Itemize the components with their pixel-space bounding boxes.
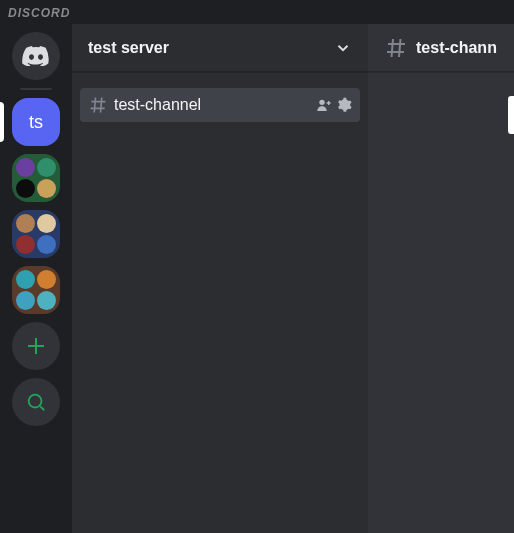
channel-title: test-chann bbox=[416, 39, 497, 57]
server-name: test server bbox=[88, 39, 169, 57]
rail-separator bbox=[20, 88, 52, 90]
app-shell: ts bbox=[0, 24, 514, 533]
server-header[interactable]: test server bbox=[72, 24, 368, 72]
folder-icon bbox=[37, 291, 56, 310]
channel-list: test-channel bbox=[72, 72, 368, 533]
channel-item-test-channel[interactable]: test-channel bbox=[80, 88, 360, 122]
home-button[interactable] bbox=[12, 32, 60, 80]
server-folder-3[interactable] bbox=[12, 266, 60, 314]
folder-icon bbox=[37, 158, 56, 177]
folder-icon bbox=[16, 214, 35, 233]
plus-icon bbox=[24, 334, 48, 358]
main-content: test-chann bbox=[368, 24, 514, 533]
server-folder-1[interactable] bbox=[12, 154, 60, 202]
hash-icon bbox=[88, 95, 108, 115]
discord-logo-icon bbox=[22, 46, 50, 66]
channel-header: test-chann bbox=[368, 24, 514, 72]
folder-icon bbox=[16, 179, 35, 198]
channel-name: test-channel bbox=[114, 96, 310, 114]
hash-icon bbox=[384, 36, 408, 60]
server-item-label: ts bbox=[29, 112, 43, 133]
brand-wordmark: DISCORD bbox=[0, 0, 514, 24]
channel-sidebar: test server test-channel bbox=[72, 24, 368, 533]
svg-point-0 bbox=[29, 395, 42, 408]
folder-icon bbox=[37, 235, 56, 254]
folder-icon bbox=[16, 235, 35, 254]
channel-actions bbox=[316, 97, 352, 113]
folder-icon bbox=[16, 270, 35, 289]
invite-icon[interactable] bbox=[316, 97, 332, 113]
gear-icon[interactable] bbox=[336, 97, 352, 113]
folder-icon bbox=[16, 158, 35, 177]
explore-servers-button[interactable] bbox=[12, 378, 60, 426]
svg-point-1 bbox=[319, 100, 324, 105]
server-item-test-server[interactable]: ts bbox=[12, 98, 60, 146]
server-folder-2[interactable] bbox=[12, 210, 60, 258]
message-area bbox=[368, 72, 514, 533]
folder-icon bbox=[37, 214, 56, 233]
add-server-button[interactable] bbox=[12, 322, 60, 370]
folder-icon bbox=[37, 270, 56, 289]
folder-icon bbox=[37, 179, 56, 198]
compass-icon bbox=[25, 391, 47, 413]
server-rail: ts bbox=[0, 24, 72, 533]
partial-element bbox=[508, 96, 514, 134]
folder-icon bbox=[16, 291, 35, 310]
chevron-down-icon bbox=[334, 39, 352, 57]
